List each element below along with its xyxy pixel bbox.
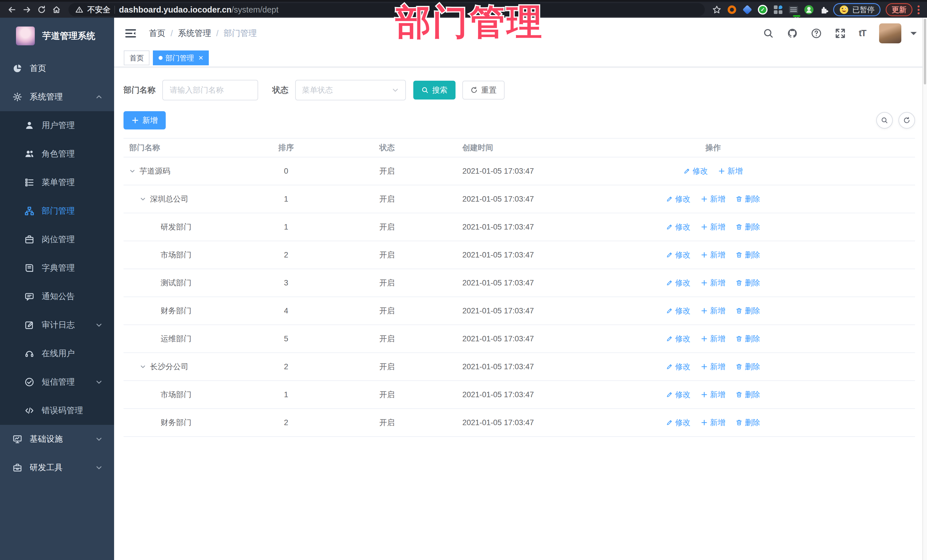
row-action-删除[interactable]: 删除 xyxy=(736,361,760,372)
row-action-新增[interactable]: 新增 xyxy=(701,194,725,204)
sidebar-item-post[interactable]: 岗位管理 xyxy=(0,225,114,254)
bookmark-star-icon[interactable] xyxy=(711,3,723,16)
sidebar-item-label: 岗位管理 xyxy=(42,234,75,245)
sidebar-item-audit[interactable]: 审计日志 xyxy=(0,311,114,339)
sidebar-item-system[interactable]: 系统管理 xyxy=(0,83,114,111)
row-action-新增[interactable]: 新增 xyxy=(701,222,725,232)
row-action-新增[interactable]: 新增 xyxy=(701,361,725,372)
row-action-删除[interactable]: 删除 xyxy=(736,417,760,428)
expand-arrow-icon[interactable] xyxy=(129,168,140,175)
row-action-修改[interactable]: 修改 xyxy=(666,222,690,232)
tag-首页[interactable]: 首页 xyxy=(124,50,149,65)
sidebar-logo[interactable]: 芋道管理系统 xyxy=(0,18,114,54)
extension-puzzle-icon[interactable] xyxy=(818,3,831,16)
sidebar-item-user[interactable]: 用户管理 xyxy=(0,111,114,140)
row-action-删除[interactable]: 删除 xyxy=(736,390,760,400)
extension-blue-gem-icon[interactable] xyxy=(741,3,754,16)
forward-icon[interactable] xyxy=(21,3,33,16)
sidebar-item-label: 系统管理 xyxy=(30,91,63,103)
sidebar-item-tools[interactable]: 研发工具 xyxy=(0,453,114,482)
sidebar-item-sms[interactable]: 短信管理 xyxy=(0,368,114,396)
row-action-删除[interactable]: 删除 xyxy=(736,222,760,232)
search-button[interactable]: 搜索 xyxy=(413,81,456,100)
row-action-删除[interactable]: 删除 xyxy=(736,306,760,316)
search-icon[interactable] xyxy=(763,28,774,39)
extension-green-avatar-icon[interactable] xyxy=(802,3,816,16)
expand-arrow-icon[interactable] xyxy=(140,363,150,370)
tag-部门管理[interactable]: 部门管理× xyxy=(153,50,209,65)
sms-icon xyxy=(24,377,34,387)
browser-menu-icon[interactable] xyxy=(918,5,919,14)
sidebar-item-role[interactable]: 角色管理 xyxy=(0,140,114,168)
row-action-修改[interactable]: 修改 xyxy=(666,390,690,400)
row-action-删除[interactable]: 删除 xyxy=(736,334,760,344)
overlay-page-title: 部门管理 xyxy=(395,0,544,47)
scrollbar-thumb[interactable] xyxy=(924,19,926,84)
extension-green-check-icon[interactable]: ✓ xyxy=(756,3,769,16)
fullscreen-icon[interactable] xyxy=(835,28,846,39)
row-action-新增[interactable]: 新增 xyxy=(701,334,725,344)
home-icon[interactable] xyxy=(50,3,63,16)
dept-table: 部门名称排序状态创建时间操作芋道源码0开启2021-01-05 17:03:47… xyxy=(123,138,915,437)
row-action-删除[interactable]: 删除 xyxy=(736,250,760,260)
dept-name-input[interactable] xyxy=(162,80,258,100)
row-action-修改[interactable]: 修改 xyxy=(666,417,690,428)
font-size-icon[interactable]: tT xyxy=(859,28,866,38)
avatar-caret-down-icon[interactable] xyxy=(910,32,917,38)
sidebar-item-dict[interactable]: 字典管理 xyxy=(0,254,114,282)
row-action-新增[interactable]: 新增 xyxy=(701,390,725,400)
sidebar-item-notice[interactable]: 通知公告 xyxy=(0,282,114,311)
toggle-search-button[interactable] xyxy=(876,112,893,129)
expand-placeholder xyxy=(150,307,161,314)
sidebar-item-menu[interactable]: 菜单管理 xyxy=(0,168,114,197)
github-icon[interactable] xyxy=(787,28,798,39)
reset-button[interactable]: 重置 xyxy=(462,81,505,100)
breadcrumb-item[interactable]: 系统管理 xyxy=(178,28,211,39)
sidebar-item-errcode[interactable]: 错误码管理 xyxy=(0,396,114,425)
row-action-修改[interactable]: 修改 xyxy=(666,361,690,372)
row-action-修改[interactable]: 修改 xyxy=(666,334,690,344)
extension-orange-ring-icon[interactable] xyxy=(725,3,739,16)
page-scrollbar[interactable] xyxy=(922,18,927,560)
expand-arrow-icon[interactable] xyxy=(140,196,150,202)
dept-created-time: 2021-01-05 17:03:47 xyxy=(457,363,568,371)
help-icon[interactable] xyxy=(811,28,822,39)
back-icon[interactable] xyxy=(6,3,18,16)
row-action-修改[interactable]: 修改 xyxy=(666,250,690,260)
org-tree-icon xyxy=(24,206,34,216)
breadcrumb-item[interactable]: 首页 xyxy=(149,28,166,39)
sidebar-item-home[interactable]: 首页 xyxy=(0,54,114,83)
close-icon[interactable]: × xyxy=(199,54,203,62)
collapse-sidebar-icon[interactable] xyxy=(125,27,137,39)
row-action-新增[interactable]: 新增 xyxy=(701,417,725,428)
browser-update-button[interactable]: 更新 xyxy=(886,3,912,16)
status-label: 状态 xyxy=(272,85,288,96)
row-actions: 修改新增删除 xyxy=(568,334,859,344)
extension-switch-on-icon[interactable]: on xyxy=(787,3,800,16)
row-action-新增[interactable]: 新增 xyxy=(718,166,743,176)
sidebar-item-label: 错误码管理 xyxy=(42,405,83,416)
user-avatar[interactable] xyxy=(879,23,901,43)
row-action-修改[interactable]: 修改 xyxy=(666,194,690,204)
row-action-新增[interactable]: 新增 xyxy=(701,306,725,316)
url-host: dashboard.yudao.iocoder.cn xyxy=(119,5,232,14)
row-action-修改[interactable]: 修改 xyxy=(684,166,708,176)
sidebar-item-dept[interactable]: 部门管理 xyxy=(0,197,114,225)
row-action-修改[interactable]: 修改 xyxy=(666,278,690,288)
column-header: 排序 xyxy=(255,143,318,153)
status-select[interactable]: 菜单状态 xyxy=(295,80,406,100)
extension-grid-icon[interactable] xyxy=(772,3,785,16)
row-action-删除[interactable]: 删除 xyxy=(736,278,760,288)
browser-profile-pill[interactable]: 已暂停 xyxy=(833,3,880,16)
sidebar-item-infra[interactable]: 基础设施 xyxy=(0,425,114,453)
sidebar-item-label: 通知公告 xyxy=(42,291,75,302)
add-button[interactable]: 新增 xyxy=(123,111,166,129)
refresh-table-button[interactable] xyxy=(898,112,915,129)
row-action-修改[interactable]: 修改 xyxy=(666,306,690,316)
row-action-删除[interactable]: 删除 xyxy=(736,194,760,204)
sidebar-item-online[interactable]: 在线用户 xyxy=(0,339,114,368)
address-bar[interactable]: 不安全 dashboard.yudao.iocoder.cn/system/de… xyxy=(68,3,705,16)
row-action-新增[interactable]: 新增 xyxy=(701,250,725,260)
reload-icon[interactable] xyxy=(35,3,48,16)
row-action-新增[interactable]: 新增 xyxy=(701,278,725,288)
